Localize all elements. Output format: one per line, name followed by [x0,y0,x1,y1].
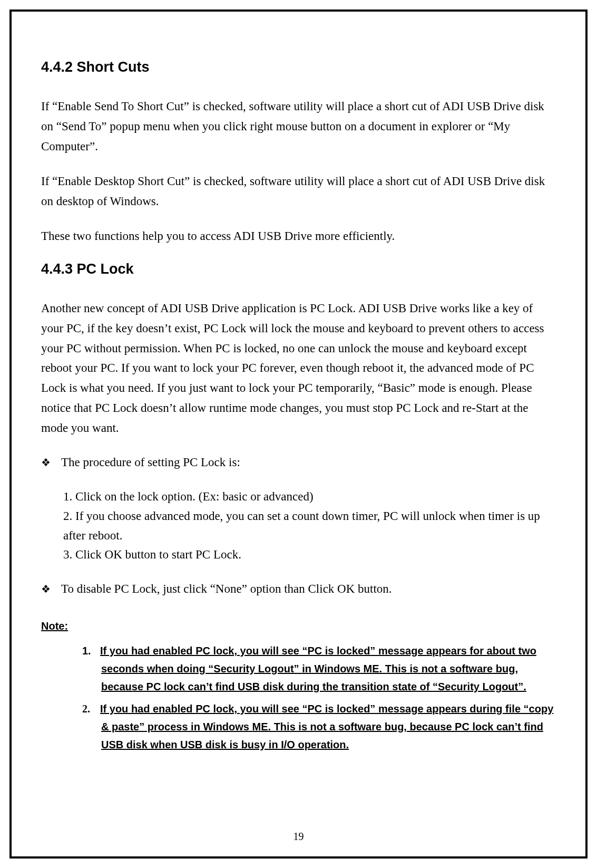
note-item-2: 2.If you had enabled PC lock, you will s… [82,700,556,754]
note-text-1: If you had enabled PC lock, you will see… [100,645,536,692]
procedure-steps: 1. Click on the lock option. (Ex: basic … [63,487,556,565]
step-1: 1. Click on the lock option. (Ex: basic … [63,487,556,507]
page-content: 4.4.2 Short Cuts If “Enable Send To Shor… [41,53,556,847]
paragraph-send-to: If “Enable Send To Short Cut” is checked… [41,97,556,157]
paragraph-desktop-shortcut: If “Enable Desktop Short Cut” is checked… [41,171,556,211]
note-number-2: 2. [82,700,100,718]
note-item-1: 1.If you had enabled PC lock, you will s… [82,642,556,696]
page-number: 19 [0,831,597,843]
note-number-1: 1. [82,642,100,660]
heading-pc-lock: 4.4.3 PC Lock [41,261,556,277]
step-3: 3. Click OK button to start PC Lock. [63,545,556,565]
heading-short-cuts: 4.4.2 Short Cuts [41,59,556,75]
step-2: 2. If you choose advanced mode, you can … [63,507,556,546]
paragraph-pc-lock-intro: Another new concept of ADI USB Drive app… [41,298,556,439]
bullet-disable: To disable PC Lock, just click “None” op… [41,580,556,599]
bullet-procedure-heading: The procedure of setting PC Lock is: [41,453,556,472]
bullet-list-disable: To disable PC Lock, just click “None” op… [41,580,556,599]
note-list: 1.If you had enabled PC lock, you will s… [82,642,556,754]
bullet-list-procedure: The procedure of setting PC Lock is: [41,453,556,472]
paragraph-efficiency: These two functions help you to access A… [41,226,556,246]
note-heading: Note: [41,620,556,632]
note-text-2: If you had enabled PC lock, you will see… [100,703,553,750]
